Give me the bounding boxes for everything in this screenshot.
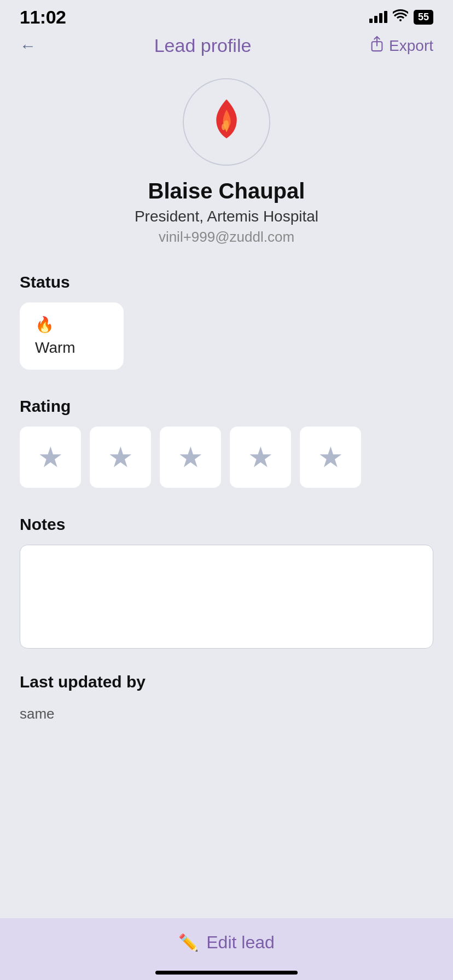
star-icon-5: ★ [318,441,344,474]
star-3[interactable]: ★ [160,427,221,488]
status-section: Status 🔥 Warm [0,251,453,381]
notes-input[interactable] [20,545,433,649]
star-icon-4: ★ [248,441,274,474]
edit-lead-label: Edit lead [206,932,275,953]
svg-point-1 [222,124,226,130]
last-updated-section: Last updated by same [0,662,453,783]
status-time: 11:02 [20,7,66,28]
status-value: Warm [35,339,108,357]
wifi-icon [393,9,408,25]
back-button[interactable]: ← [20,37,36,55]
signal-icon [369,11,387,23]
page-title: Lead profile [154,35,252,56]
star-icon-2: ★ [108,441,133,474]
star-icon-3: ★ [178,441,204,474]
last-updated-label: Last updated by [20,673,433,691]
flame-avatar-icon [202,97,251,147]
battery-icon: 55 [414,10,433,25]
notes-section: Notes [0,499,453,662]
avatar [183,78,270,166]
star-1[interactable]: ★ [20,427,81,488]
star-2[interactable]: ★ [90,427,151,488]
lead-email: vinil+999@zuddl.com [159,229,294,246]
lead-job-title: President, Artemis Hospital [135,208,318,225]
lead-name: Blaise Chaupal [148,179,305,203]
stars-row: ★ ★ ★ ★ ★ [20,427,433,488]
status-icons: 55 [369,9,433,25]
rating-section: Rating ★ ★ ★ ★ ★ [0,381,453,499]
star-icon-1: ★ [38,441,63,474]
export-label: Export [389,37,433,55]
avatar-section: Blaise Chaupal President, Artemis Hospit… [0,67,453,251]
home-indicator [155,971,298,975]
status-bar: 11:02 55 [0,0,453,30]
export-icon [369,36,385,56]
status-card[interactable]: 🔥 Warm [20,302,124,370]
star-5[interactable]: ★ [300,427,361,488]
notes-label: Notes [20,515,433,534]
rating-label: Rating [20,397,433,416]
star-4[interactable]: ★ [230,427,291,488]
last-updated-value: same [20,702,433,777]
export-button[interactable]: Export [369,36,433,56]
warm-flame-icon: 🔥 [35,316,108,334]
nav-bar: ← Lead profile Export [0,30,453,67]
edit-pencil-icon: ✏️ [178,933,199,952]
status-label: Status [20,273,433,291]
